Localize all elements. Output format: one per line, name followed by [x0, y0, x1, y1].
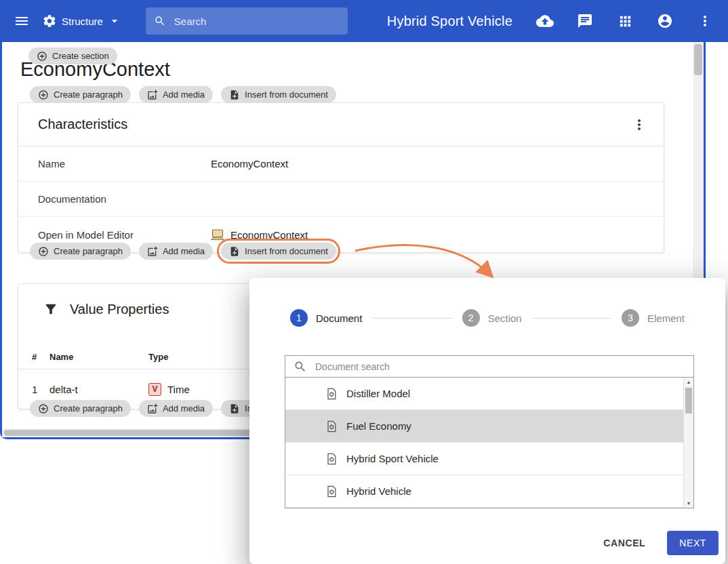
document-item-label: Hybrid Sport Vehicle [346, 453, 439, 464]
wizard-stepper: 1 Document 2 Section 3 Element [290, 309, 685, 327]
add-media-button[interactable]: Add media [139, 86, 213, 103]
document-item[interactable]: Hybrid Vehicle [285, 475, 683, 508]
column-header-name: Name [49, 352, 148, 362]
document-search-input[interactable] [314, 361, 685, 373]
step-label: Section [488, 313, 522, 324]
caret-down-icon [108, 14, 121, 28]
create-paragraph-button[interactable]: Create paragraph [30, 400, 131, 417]
create-paragraph-button[interactable]: Create paragraph [30, 86, 131, 103]
dialog-list-scrollbar-thumb[interactable] [685, 388, 692, 414]
global-search-input[interactable] [173, 15, 340, 28]
section-toolbar-mid: Create paragraph Add media Insert from d… [30, 243, 336, 260]
add-media-icon [147, 89, 158, 100]
more-vert-icon [697, 13, 713, 29]
document-item-label: Hybrid Vehicle [346, 485, 411, 497]
add-circle-icon [38, 89, 49, 100]
column-header-type: Type [148, 352, 168, 362]
account-button[interactable] [653, 9, 677, 33]
characteristic-row-name: Name EconomyContext [18, 146, 664, 182]
value-type-icon: V [148, 383, 161, 396]
insert-document-icon [229, 89, 240, 100]
document-item-selected[interactable]: Fuel Economy [285, 410, 683, 443]
search-icon [154, 14, 166, 28]
cloud-upload-button[interactable] [533, 9, 557, 33]
row-num: 1 [32, 384, 49, 395]
project-title: Hybrid Sport Vehicle [387, 14, 512, 29]
create-section-button[interactable]: Create section [28, 47, 117, 64]
comments-button[interactable] [573, 9, 597, 33]
insert-from-document-dialog: 1 Document 2 Section 3 Element [249, 278, 725, 564]
more-vert-icon [631, 117, 647, 133]
stepper-connector [373, 318, 451, 319]
structure-nav[interactable]: Structure [42, 14, 121, 28]
step-number: 3 [622, 309, 639, 327]
step-number: 1 [290, 309, 308, 327]
gear-icon [42, 14, 57, 28]
account-icon [657, 13, 673, 29]
step-number: 2 [462, 309, 480, 327]
add-circle-icon [38, 403, 49, 414]
document-item[interactable]: Distiller Model [285, 378, 683, 410]
chat-icon [577, 13, 593, 29]
step-label: Element [647, 313, 685, 324]
hamburger-icon [14, 13, 30, 29]
filter-icon[interactable] [43, 302, 58, 317]
row-type: V Time [148, 383, 190, 396]
create-section-label: Create section [52, 51, 109, 61]
document-picker: Distiller Model Fuel Economy Hybrid Spor… [285, 355, 694, 508]
dialog-list-scrollbar[interactable]: ▲ ▼ [683, 378, 693, 508]
add-media-icon [147, 246, 158, 257]
menu-button[interactable] [9, 9, 34, 33]
stepper-connector [533, 318, 611, 319]
document-item-label: Fuel Economy [346, 420, 411, 432]
topbar-actions [533, 9, 717, 33]
row-name: delta-t [49, 384, 148, 395]
document-icon [325, 387, 338, 401]
document-list: Distiller Model Fuel Economy Hybrid Spor… [285, 378, 693, 508]
add-circle-icon [38, 246, 49, 257]
structure-nav-label: Structure [62, 16, 103, 27]
global-search[interactable] [146, 7, 348, 35]
characteristics-card: Characteristics Name EconomyContext Docu… [18, 102, 664, 253]
insert-document-icon [229, 403, 240, 414]
create-paragraph-button[interactable]: Create paragraph [30, 243, 131, 260]
row-label: Open in Model Editor [38, 229, 211, 241]
model-editor-icon [211, 229, 224, 241]
card-menu-button[interactable] [627, 113, 651, 137]
row-type-label: Time [167, 384, 190, 395]
document-icon [325, 420, 338, 433]
insert-document-icon [229, 246, 240, 257]
insert-from-document-button[interactable]: Insert from document [221, 243, 336, 260]
section-toolbar-top: Create paragraph Add media Insert from d… [30, 86, 336, 103]
step-section[interactable]: 2 Section [462, 309, 522, 327]
apps-grid-icon [618, 14, 633, 29]
document-item[interactable]: Hybrid Sport Vehicle [285, 443, 683, 475]
annotation-highlight: Insert from document [217, 239, 340, 264]
insert-from-document-button[interactable]: Insert from document [221, 86, 336, 103]
dialog-footer: CANCEL NEXT [249, 522, 725, 564]
more-options-button[interactable] [693, 9, 717, 33]
value-properties-title: Value Properties [70, 302, 169, 317]
add-media-icon [147, 403, 158, 414]
vertical-scrollbar-thumb[interactable] [694, 44, 702, 75]
add-media-button[interactable]: Add media [139, 243, 213, 260]
cancel-button[interactable]: CANCEL [599, 537, 649, 549]
add-circle-icon [37, 51, 47, 62]
row-label: Documentation [38, 193, 211, 205]
scroll-down-icon[interactable]: ▼ [687, 501, 691, 506]
add-media-button[interactable]: Add media [139, 400, 213, 417]
row-label: Name [38, 158, 211, 169]
step-document[interactable]: 1 Document [290, 309, 362, 327]
cloud-upload-icon [536, 12, 554, 30]
row-value: EconomyContext [211, 158, 288, 169]
scroll-up-icon[interactable]: ▲ [687, 380, 691, 384]
characteristics-header: Characteristics [18, 103, 664, 146]
step-element[interactable]: 3 Element [622, 309, 685, 327]
apps-button[interactable] [613, 9, 637, 33]
document-icon [325, 452, 338, 466]
document-search[interactable] [285, 356, 693, 378]
document-item-label: Distiller Model [346, 388, 410, 399]
next-button[interactable]: NEXT [667, 531, 719, 555]
characteristics-title: Characteristics [38, 117, 127, 132]
characteristic-row-documentation: Documentation [18, 182, 664, 217]
